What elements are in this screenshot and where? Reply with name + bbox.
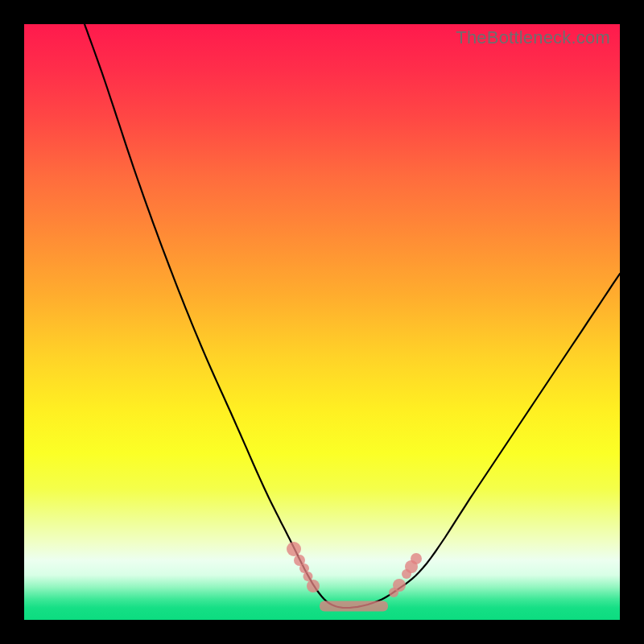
plot-area: TheBottleneck.com xyxy=(24,24,620,620)
curve-marker xyxy=(287,542,301,556)
curve-marker xyxy=(393,579,406,592)
trough-band xyxy=(320,601,388,612)
curve-svg xyxy=(24,24,620,620)
curve-marker xyxy=(303,572,313,581)
chart-frame: TheBottleneck.com xyxy=(0,0,644,644)
v-curve xyxy=(85,24,620,608)
marker-group xyxy=(287,542,422,597)
curve-marker xyxy=(307,580,320,592)
watermark-text: TheBottleneck.com xyxy=(456,27,610,48)
curve-marker xyxy=(411,553,422,564)
